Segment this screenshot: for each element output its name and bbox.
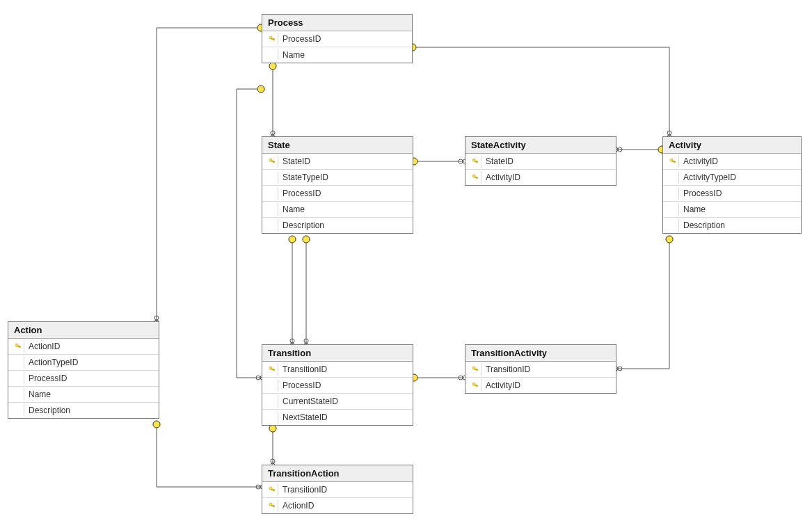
column-row[interactable]: Name — [663, 202, 801, 218]
column-row[interactable]: ProcessID — [663, 186, 801, 202]
key-icon — [269, 35, 276, 42]
column-row[interactable]: TransitionID — [262, 362, 413, 378]
column-row[interactable]: ActivityTypeID — [663, 170, 801, 186]
column-row[interactable]: Description — [663, 218, 801, 233]
column-name: ActionID — [29, 342, 154, 351]
key-icon — [472, 366, 479, 373]
key-icon — [15, 343, 22, 350]
column-name: TransitionID — [282, 485, 408, 495]
column-name: ActivityTypeID — [683, 173, 797, 182]
column-row[interactable]: ActivityID — [465, 378, 616, 393]
entity-columns: ProcessID Name — [262, 31, 412, 63]
entity-columns: StateID StateTypeID ProcessID Name Descr… — [262, 154, 413, 233]
column-row[interactable]: Name — [8, 387, 159, 403]
entity-title: State — [262, 137, 413, 154]
column-row[interactable]: ProcessID — [262, 186, 413, 202]
column-name: Description — [29, 406, 154, 415]
entity-title: Process — [262, 15, 412, 31]
column-name: Name — [282, 50, 408, 60]
relationship-lines — [0, 0, 812, 521]
key-icon — [472, 158, 479, 165]
column-row[interactable]: ProcessID — [262, 378, 413, 394]
key-cell — [266, 49, 278, 61]
column-row[interactable]: ActionTypeID — [8, 355, 159, 371]
svg-rect-30 — [477, 386, 477, 387]
column-row[interactable]: StateID — [465, 154, 616, 170]
svg-rect-9 — [273, 162, 274, 163]
svg-rect-33 — [273, 490, 274, 491]
entity-title: TransitionActivity — [465, 345, 616, 362]
column-row[interactable]: ProcessID — [8, 371, 159, 387]
column-name: ActivityID — [683, 157, 797, 166]
column-name: StateTypeID — [282, 173, 408, 182]
column-name: StateID — [282, 157, 408, 166]
column-row[interactable]: Name — [262, 202, 413, 218]
column-row[interactable]: ProcessID — [262, 31, 412, 47]
column-row[interactable]: TransitionID — [465, 362, 616, 378]
column-row[interactable]: TransitionID — [262, 482, 413, 498]
entity-state[interactable]: State StateID StateTypeID ProcessID Name… — [262, 136, 413, 234]
key-icon — [472, 174, 479, 181]
key-icon — [269, 486, 276, 493]
column-row[interactable]: ActionID — [8, 339, 159, 355]
column-name: TransitionID — [282, 364, 408, 374]
key-cell — [266, 155, 278, 168]
column-row[interactable]: StateID — [262, 154, 413, 170]
entity-transition[interactable]: Transition TransitionID ProcessID Curren… — [262, 344, 413, 426]
column-name: Name — [29, 390, 154, 399]
column-name: StateID — [486, 157, 612, 166]
column-name: ActionTypeID — [29, 358, 154, 367]
column-name: ProcessID — [29, 374, 154, 383]
column-name: Name — [282, 205, 408, 214]
key-icon — [269, 366, 276, 373]
column-name: ProcessID — [683, 189, 797, 198]
column-name: TransitionID — [486, 364, 612, 374]
column-name: NextStateID — [282, 412, 408, 422]
svg-rect-6 — [273, 40, 274, 40]
column-row[interactable]: Name — [262, 47, 412, 63]
entity-title: StateActivity — [465, 137, 616, 154]
entity-process[interactable]: Process ProcessID Name — [262, 14, 413, 63]
column-name: Name — [683, 205, 797, 214]
column-row[interactable]: NextStateID — [262, 410, 413, 425]
svg-rect-18 — [674, 162, 675, 163]
column-row[interactable]: ActivityID — [663, 154, 801, 170]
svg-rect-15 — [477, 178, 477, 179]
column-row[interactable]: ActivityID — [465, 170, 616, 185]
svg-rect-21 — [19, 347, 20, 348]
key-cell — [266, 33, 278, 45]
column-name: CurrentStateID — [282, 396, 408, 406]
column-name: ProcessID — [282, 34, 408, 44]
column-row[interactable]: StateTypeID — [262, 170, 413, 186]
entity-stateactivity[interactable]: StateActivity StateID ActivityID — [465, 136, 616, 186]
column-name: ProcessID — [282, 189, 408, 198]
svg-rect-27 — [477, 370, 477, 371]
entity-title: Action — [8, 322, 159, 339]
svg-rect-24 — [273, 370, 274, 371]
key-icon — [269, 502, 276, 509]
column-name: ActivityID — [486, 380, 612, 390]
entity-title: TransitionAction — [262, 465, 413, 482]
entity-title: Activity — [663, 137, 801, 154]
column-row[interactable]: Description — [262, 218, 413, 233]
key-icon — [269, 158, 276, 165]
column-row[interactable]: CurrentStateID — [262, 394, 413, 410]
column-name: ActionID — [282, 501, 408, 511]
key-icon — [669, 158, 676, 165]
column-name: Description — [282, 221, 408, 230]
key-icon — [472, 382, 479, 389]
entity-activity[interactable]: Activity ActivityID ActivityTypeID Proce… — [662, 136, 802, 234]
entity-transitionaction[interactable]: TransitionAction TransitionID ActionID — [262, 465, 413, 514]
column-name: ProcessID — [282, 380, 408, 390]
column-name: Description — [683, 221, 797, 230]
svg-rect-12 — [477, 162, 477, 163]
entity-action[interactable]: Action ActionID ActionTypeID ProcessID N… — [8, 321, 159, 419]
column-row[interactable]: Description — [8, 403, 159, 418]
column-row[interactable]: ActionID — [262, 498, 413, 513]
entity-transitionactivity[interactable]: TransitionActivity TransitionID Activity… — [465, 344, 616, 394]
entity-title: Transition — [262, 345, 413, 362]
column-name: ActivityID — [486, 173, 612, 182]
svg-rect-36 — [273, 506, 274, 507]
